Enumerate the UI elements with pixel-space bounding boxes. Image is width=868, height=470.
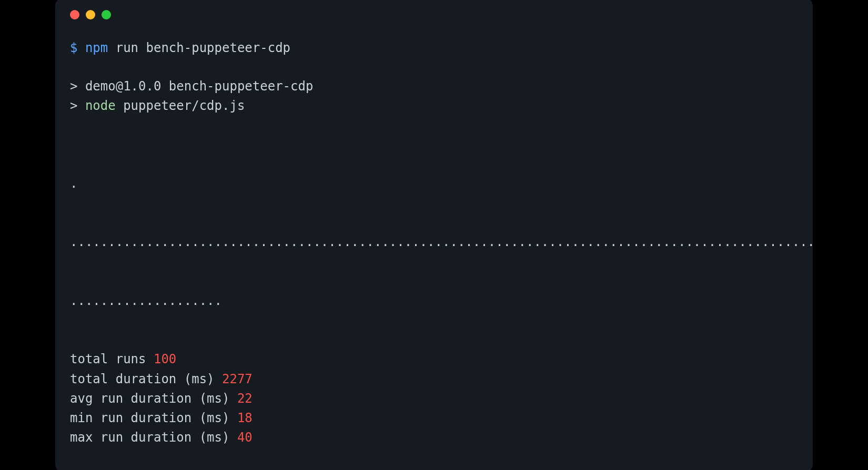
stat-label: total duration (ms)	[70, 372, 222, 386]
window-close-button[interactable]	[70, 10, 79, 19]
script-path: puppeteer/cdp.js	[116, 98, 245, 113]
stat-value: 100	[154, 352, 176, 366]
stat-min-duration: min run duration (ms) 18	[70, 408, 798, 428]
npm-script-header: > demo@1.0.0 bench-puppeteer-cdp > node …	[70, 77, 798, 116]
output-arrow: >	[70, 98, 77, 113]
progress-dots: . ......................................…	[70, 135, 798, 350]
stat-value: 40	[237, 430, 253, 445]
stat-label: min run duration (ms)	[70, 411, 237, 425]
dots-line-3: ....................	[70, 291, 798, 311]
stat-label: avg run duration (ms)	[70, 391, 237, 406]
command-args: run bench-puppeteer-cdp	[108, 40, 290, 55]
command-line: $ npm run bench-puppeteer-cdp	[70, 38, 798, 58]
stat-value: 22	[237, 391, 253, 406]
output-arrow: >	[70, 79, 77, 94]
script-identifier: demo@1.0.0 bench-puppeteer-cdp	[77, 79, 313, 94]
stat-label: max run duration (ms)	[70, 430, 237, 445]
window-minimize-button[interactable]	[86, 10, 95, 19]
dots-line-2: ........................................…	[70, 232, 798, 252]
stat-label: total runs	[70, 352, 154, 366]
terminal-output[interactable]: $ npm run bench-puppeteer-cdp > demo@1.0…	[55, 19, 813, 470]
command-npm: npm	[85, 40, 108, 55]
stat-max-duration: max run duration (ms) 40	[70, 428, 798, 447]
stat-total-runs: total runs 100	[70, 350, 798, 369]
terminal-window: $ npm run bench-puppeteer-cdp > demo@1.0…	[55, 0, 813, 470]
dots-line-1: .	[70, 174, 798, 193]
window-titlebar	[55, 0, 813, 19]
node-keyword: node	[77, 98, 115, 113]
script-header-line-2: > node puppeteer/cdp.js	[70, 96, 798, 116]
benchmark-stats: total runs 100 total duration (ms) 2277 …	[70, 350, 798, 447]
stat-total-duration: total duration (ms) 2277	[70, 370, 798, 389]
stat-value: 2277	[222, 372, 253, 386]
stat-avg-duration: avg run duration (ms) 22	[70, 389, 798, 408]
script-header-line-1: > demo@1.0.0 bench-puppeteer-cdp	[70, 77, 798, 96]
stat-value: 18	[237, 411, 253, 425]
prompt-symbol: $	[70, 40, 77, 55]
window-zoom-button[interactable]	[102, 10, 111, 19]
